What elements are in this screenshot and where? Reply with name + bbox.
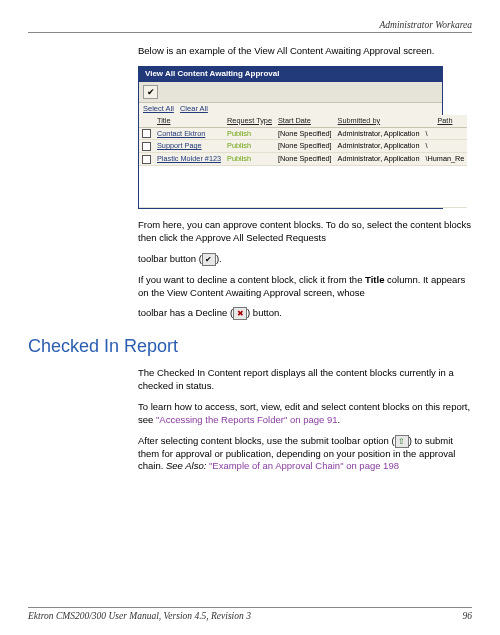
approve-all-icon[interactable]: ✔ (143, 85, 158, 99)
select-all-link[interactable]: Select All (143, 104, 174, 113)
section-heading: Checked In Report (28, 336, 472, 357)
row-submitted: Administrator, Application (335, 153, 423, 166)
body-column-2: The Checked In Content report displays a… (138, 367, 472, 473)
footer-rule (28, 607, 472, 608)
page-footer: Ektron CMS200/300 User Manual, Version 4… (28, 607, 472, 621)
panel-select-links: Select All Clear All (139, 103, 442, 115)
row-start: [None Specified] (275, 153, 335, 166)
footer-left: Ektron CMS200/300 User Manual, Version 4… (28, 611, 251, 621)
row-request: Publish (227, 141, 251, 150)
row-title-link[interactable]: Plastic Molder #123 (157, 154, 221, 163)
learn-para: To learn how to access, sort, view, edit… (138, 401, 472, 427)
row-request: Publish (227, 154, 251, 163)
row-checkbox[interactable] (142, 129, 151, 138)
intro-text: Below is an example of the View All Cont… (138, 45, 472, 58)
submit-icon: ⇧ (395, 435, 409, 448)
row-path: \Human_Re (422, 153, 467, 166)
body-column: Below is an example of the View All Cont… (138, 45, 472, 320)
approval-table: Title Request Type Start Date Submitted … (139, 115, 467, 208)
table-row: Contact Ektron Publish [None Specified] … (139, 127, 467, 140)
col-start[interactable]: Start Date (275, 115, 335, 127)
table-row: Plastic Molder #123 Publish [None Specif… (139, 153, 467, 166)
header-rule (28, 32, 472, 33)
page-header-section: Administrator Workarea (28, 20, 472, 30)
col-request[interactable]: Request Type (224, 115, 275, 127)
submit-para: After selecting content blocks, use the … (138, 435, 472, 474)
panel-toolbar: ✔ (139, 82, 442, 103)
row-title-link[interactable]: Support Page (157, 141, 202, 150)
col-path[interactable]: Path (422, 115, 467, 127)
row-path: \ (422, 140, 467, 153)
row-start: [None Specified] (275, 127, 335, 140)
row-checkbox[interactable] (142, 155, 151, 164)
col-submitted[interactable]: Submitted by (335, 115, 423, 127)
col-title[interactable]: Title (154, 115, 224, 127)
footer-page-number: 96 (463, 611, 473, 621)
approve-para-2: toolbar button (✔). (138, 253, 472, 266)
row-submitted: Administrator, Application (335, 127, 423, 140)
approve-para-1: From here, you can approve content block… (138, 219, 472, 245)
decline-para-2: toolbar has a Decline (✖) button. (138, 307, 472, 320)
row-path: \ (422, 127, 467, 140)
decline-para-1: If you want to decline a content block, … (138, 274, 472, 300)
table-spacer (139, 166, 467, 208)
row-start: [None Specified] (275, 140, 335, 153)
table-header-row: Title Request Type Start Date Submitted … (139, 115, 467, 127)
panel-title: View All Content Awaiting Approval (139, 67, 442, 82)
table-row: Support Page Publish [None Specified] Ad… (139, 140, 467, 153)
approval-screenshot: View All Content Awaiting Approval ✔ Sel… (138, 66, 443, 209)
row-checkbox[interactable] (142, 142, 151, 151)
row-request: Publish (227, 129, 251, 138)
see-also-label: See Also: (166, 460, 209, 471)
checked-para: The Checked In Content report displays a… (138, 367, 472, 393)
approve-icon: ✔ (202, 253, 216, 266)
clear-all-link[interactable]: Clear All (180, 104, 208, 113)
row-submitted: Administrator, Application (335, 140, 423, 153)
row-title-link[interactable]: Contact Ektron (157, 129, 205, 138)
decline-icon: ✖ (233, 307, 247, 320)
access-reports-link[interactable]: "Accessing the Reports Folder" on page 9… (156, 414, 338, 425)
approval-chain-link[interactable]: "Example of an Approval Chain" on page 1… (209, 460, 399, 471)
